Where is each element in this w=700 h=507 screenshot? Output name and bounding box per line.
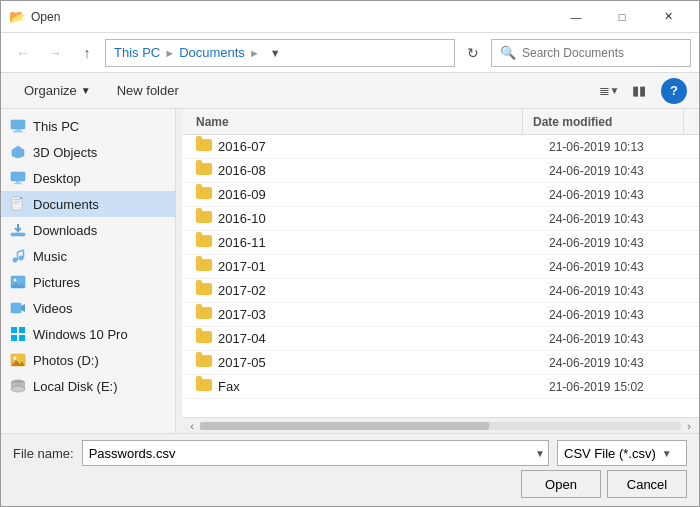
svg-rect-8 <box>14 199 20 200</box>
svg-marker-3 <box>12 146 24 158</box>
refresh-button[interactable]: ↻ <box>459 39 487 67</box>
svg-rect-6 <box>14 183 22 184</box>
column-date[interactable]: Date modified <box>523 109 683 134</box>
table-row[interactable]: 2017-04 24-06-2019 10:43 <box>182 327 699 351</box>
sidebar-label-videos: Videos <box>33 301 73 316</box>
table-row[interactable]: 2017-03 24-06-2019 10:43 <box>182 303 699 327</box>
breadcrumb-this-pc[interactable]: This PC <box>114 45 160 60</box>
title-bar: 📂 Open — □ ✕ <box>1 1 699 33</box>
file-name: 2017-05 <box>218 355 266 370</box>
sidebar-item-this-pc[interactable]: This PC <box>1 113 175 139</box>
breadcrumb-dropdown[interactable]: ▼ <box>270 47 281 59</box>
table-row[interactable]: 2016-10 24-06-2019 10:43 <box>182 207 699 231</box>
table-row[interactable]: 2017-01 24-06-2019 10:43 <box>182 255 699 279</box>
search-input[interactable] <box>522 46 682 60</box>
column-name[interactable]: Name <box>182 109 523 134</box>
photos-icon <box>9 351 27 369</box>
svg-marker-25 <box>21 304 25 312</box>
breadcrumb-documents[interactable]: Documents <box>179 45 245 60</box>
filetype-select[interactable]: CSV File (*.csv) ▼ <box>557 440 687 466</box>
file-name: 2017-01 <box>218 259 266 274</box>
filetype-value: CSV File (*.csv) <box>564 446 656 461</box>
folder-icon <box>196 307 212 323</box>
hscroll-right-btn[interactable]: › <box>681 420 697 432</box>
svg-point-31 <box>14 357 17 360</box>
sidebar-label-music: Music <box>33 249 67 264</box>
folder-icon <box>196 283 212 299</box>
open-button[interactable]: Open <box>521 470 601 498</box>
file-date-cell: 24-06-2019 10:43 <box>539 188 699 202</box>
help-button[interactable]: ? <box>661 78 687 104</box>
sidebar-item-photos-d[interactable]: Photos (D:) <box>1 347 175 373</box>
table-row[interactable]: Fax 21-06-2019 15:02 <box>182 375 699 399</box>
breadcrumb[interactable]: This PC ► Documents ► ▼ <box>105 39 455 67</box>
maximize-button[interactable]: □ <box>599 1 645 33</box>
toolbar: Organize ▼ New folder ≣▼ ▮▮ ? <box>1 73 699 109</box>
table-row[interactable]: 2016-11 24-06-2019 10:43 <box>182 231 699 255</box>
sidebar-item-pictures[interactable]: Pictures <box>1 269 175 295</box>
svg-rect-10 <box>14 203 18 204</box>
sidebar-item-desktop[interactable]: Desktop <box>1 165 175 191</box>
breadcrumb-sep-2: ► <box>249 47 260 59</box>
file-name: 2017-02 <box>218 283 266 298</box>
folder-icon <box>196 379 212 395</box>
svg-rect-12 <box>11 233 25 236</box>
forward-button[interactable]: → <box>41 39 69 67</box>
hscroll-thumb[interactable] <box>200 422 489 430</box>
table-row[interactable]: 2016-07 21-06-2019 10:13 <box>182 135 699 159</box>
address-bar: ← → ↑ This PC ► Documents ► ▼ ↻ 🔍 <box>1 33 699 73</box>
svg-rect-9 <box>14 201 20 202</box>
svg-rect-24 <box>11 303 21 313</box>
hscroll-track[interactable] <box>200 422 681 430</box>
sidebar-label-documents: Documents <box>33 197 99 212</box>
sidebar-item-windows10[interactable]: Windows 10 Pro <box>1 321 175 347</box>
sidebar-item-documents[interactable]: Documents <box>1 191 175 217</box>
sidebar-label-downloads: Downloads <box>33 223 97 238</box>
organize-button[interactable]: Organize ▼ <box>13 78 102 104</box>
horizontal-scrollbar[interactable]: ‹ › <box>182 417 699 433</box>
sidebar-item-videos[interactable]: Videos <box>1 295 175 321</box>
close-button[interactable]: ✕ <box>645 1 691 33</box>
up-button[interactable]: ↑ <box>73 39 101 67</box>
filename-row: File name: ▼ CSV File (*.csv) ▼ <box>1 434 699 470</box>
sidebar-item-local-disk-e[interactable]: Local Disk (E:) <box>1 373 175 399</box>
disk-icon <box>9 377 27 395</box>
view-pane-button[interactable]: ▮▮ <box>625 78 653 104</box>
table-row[interactable]: 2017-05 24-06-2019 10:43 <box>182 351 699 375</box>
folder-icon <box>196 139 212 155</box>
cancel-button[interactable]: Cancel <box>607 470 687 498</box>
organize-label: Organize <box>24 83 77 98</box>
file-date-cell: 24-06-2019 10:43 <box>539 356 699 370</box>
sidebar: This PC 3D Objects Desktop <box>1 109 176 433</box>
file-scroll[interactable]: 2016-07 21-06-2019 10:13 2016-08 24-06-2… <box>182 135 699 417</box>
search-box[interactable]: 🔍 <box>491 39 691 67</box>
sidebar-item-downloads[interactable]: Downloads <box>1 217 175 243</box>
sidebar-item-music[interactable]: Music <box>1 243 175 269</box>
file-name-cell: 2017-03 <box>182 307 539 323</box>
svg-rect-1 <box>15 129 21 131</box>
table-row[interactable]: 2016-09 24-06-2019 10:43 <box>182 183 699 207</box>
view-list-button[interactable]: ≣▼ <box>595 78 623 104</box>
svg-rect-27 <box>19 327 25 333</box>
this-pc-icon <box>9 117 27 135</box>
file-name-cell: 2017-01 <box>182 259 539 275</box>
file-name-cell: 2017-04 <box>182 331 539 347</box>
back-button[interactable]: ← <box>9 39 37 67</box>
svg-rect-0 <box>11 120 25 129</box>
view-buttons: ≣▼ ▮▮ <box>595 78 653 104</box>
folder-icon <box>196 163 212 179</box>
svg-point-35 <box>11 386 25 392</box>
svg-rect-26 <box>11 327 17 333</box>
table-row[interactable]: 2016-08 24-06-2019 10:43 <box>182 159 699 183</box>
sidebar-item-3d-objects[interactable]: 3D Objects <box>1 139 175 165</box>
table-row[interactable]: 2017-02 24-06-2019 10:43 <box>182 279 699 303</box>
minimize-button[interactable]: — <box>553 1 599 33</box>
folder-icon <box>196 355 212 371</box>
bottom-section: File name: ▼ CSV File (*.csv) ▼ Open Can… <box>1 433 699 506</box>
file-name: 2016-09 <box>218 187 266 202</box>
filename-input[interactable] <box>82 440 549 466</box>
folder-icon <box>196 211 212 227</box>
file-date-cell: 24-06-2019 10:43 <box>539 164 699 178</box>
new-folder-button[interactable]: New folder <box>106 78 190 104</box>
hscroll-left-btn[interactable]: ‹ <box>184 420 200 432</box>
